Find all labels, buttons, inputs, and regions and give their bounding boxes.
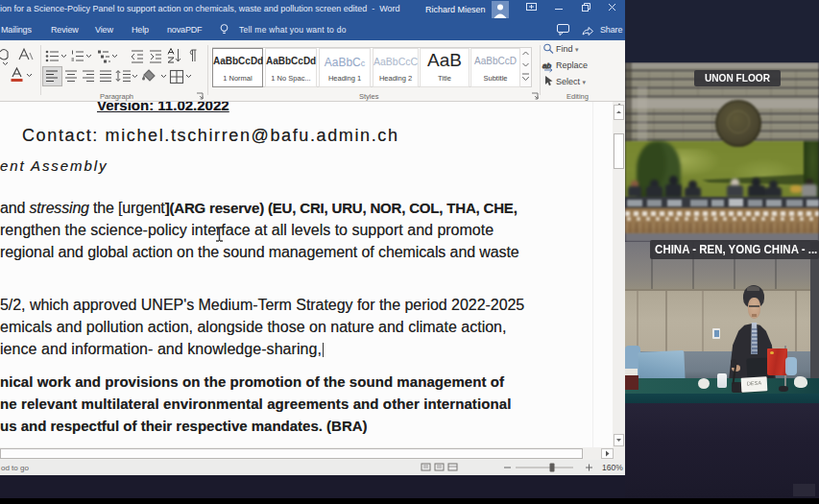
- svg-text:160%: 160%: [602, 463, 623, 472]
